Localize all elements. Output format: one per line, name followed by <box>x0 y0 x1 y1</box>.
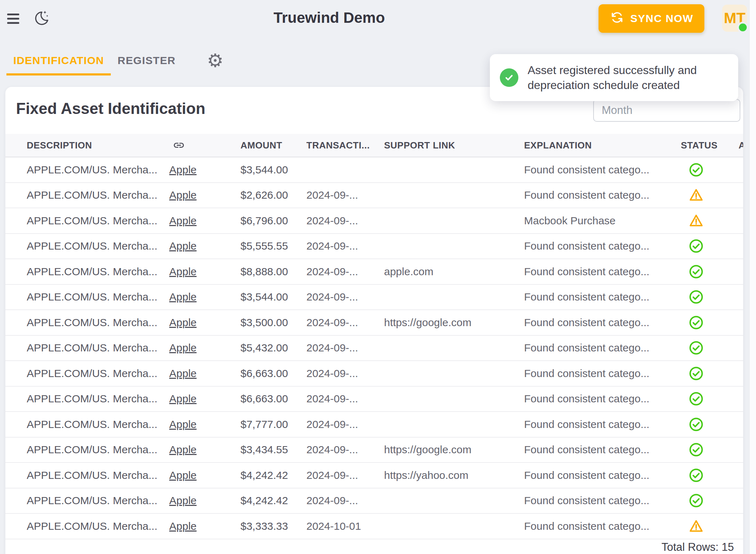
amount-cell: $3,333.33 <box>240 520 306 532</box>
amount-cell: $4,242.42 <box>240 495 306 507</box>
status-cell <box>681 519 739 534</box>
table-row: APPLE.COM/US. Mercha... Apple $3,544.00 … <box>5 285 743 310</box>
table-row: APPLE.COM/US. Mercha... Apple $6,663.00 … <box>5 387 743 412</box>
status-success-icon <box>689 340 704 355</box>
moon-stars-icon[interactable] <box>33 10 50 28</box>
explanation-cell: Found consistent catego... <box>524 520 681 532</box>
description-cell: APPLE.COM/US. Mercha... <box>27 444 169 456</box>
amount-cell: $3,434.55 <box>240 444 306 456</box>
col-description: DESCRIPTION <box>27 140 169 151</box>
transaction-date-cell: 2024-09-... <box>306 393 384 405</box>
explanation-cell: Found consistent catego... <box>524 495 681 507</box>
vendor-link[interactable]: Apple <box>169 291 197 303</box>
total-rows-label: Total Rows: 15 <box>662 541 734 554</box>
vendor-link[interactable]: Apple <box>169 164 197 176</box>
col-status: STATUS <box>681 140 739 151</box>
status-success-icon <box>689 417 704 432</box>
status-success-icon <box>689 289 704 304</box>
transaction-date-cell: 2024-09-... <box>306 418 384 430</box>
table-row: APPLE.COM/US. Mercha... Apple $2,626.00 … <box>5 183 743 209</box>
menu-icon[interactable] <box>7 13 20 24</box>
status-cell <box>681 417 739 432</box>
transaction-date-cell: 2024-09-... <box>306 291 384 303</box>
description-cell: APPLE.COM/US. Mercha... <box>27 469 169 481</box>
vendor-link[interactable]: Apple <box>169 367 197 379</box>
description-cell: APPLE.COM/US. Mercha... <box>27 520 169 532</box>
sync-icon <box>610 10 625 27</box>
explanation-cell: Found consistent catego... <box>524 444 681 456</box>
status-cell <box>681 442 739 457</box>
vendor-link[interactable]: Apple <box>169 317 197 328</box>
status-success-icon <box>689 391 704 406</box>
amount-cell: $8,888.00 <box>240 266 306 278</box>
status-cell <box>681 391 739 406</box>
status-cell <box>681 493 739 508</box>
vendor-link[interactable]: Apple <box>169 240 197 252</box>
description-cell: APPLE.COM/US. Mercha... <box>27 418 169 430</box>
description-cell: APPLE.COM/US. Mercha... <box>27 164 169 176</box>
sync-now-label: SYNC NOW <box>630 12 693 25</box>
active-tab-indicator <box>6 73 111 75</box>
panel-title: Fixed Asset Identification <box>16 100 205 117</box>
support-link-cell: https://google.com <box>384 444 524 456</box>
transaction-date-cell: 2024-09-... <box>306 240 384 252</box>
explanation-cell: Found consistent catego... <box>524 393 681 405</box>
vendor-link[interactable]: Apple <box>169 469 197 481</box>
transaction-date-cell: 2024-09-... <box>306 266 384 278</box>
amount-cell: $2,626.00 <box>240 189 306 201</box>
transaction-date-cell: 2024-09-... <box>306 215 384 227</box>
table-row: APPLE.COM/US. Mercha... Apple $6,796.00 … <box>5 208 743 234</box>
vendor-link[interactable]: Apple <box>169 520 197 532</box>
explanation-cell: Found consistent catego... <box>524 164 681 176</box>
table-row: APPLE.COM/US. Mercha... Apple $5,555.55 … <box>5 234 743 260</box>
status-cell <box>681 289 739 304</box>
vendor-link[interactable]: Apple <box>169 342 197 354</box>
vendor-link[interactable]: Apple <box>169 495 197 506</box>
amount-cell: $6,663.00 <box>240 367 306 380</box>
month-filter-input[interactable] <box>593 99 740 122</box>
transaction-date-cell: 2024-09-... <box>306 444 384 456</box>
vendor-link[interactable]: Apple <box>169 189 197 201</box>
status-success-icon <box>689 468 704 483</box>
asset-table: DESCRIPTION AMOUNT TRANSACTI... SUPPORT … <box>5 134 743 539</box>
explanation-cell: Found consistent catego... <box>524 291 681 303</box>
col-transaction: TRANSACTI... <box>306 140 384 151</box>
table-header-row: DESCRIPTION AMOUNT TRANSACTI... SUPPORT … <box>5 134 743 157</box>
transaction-date-cell: 2024-10-01 <box>306 520 384 532</box>
support-link-cell: https://google.com <box>384 317 524 329</box>
description-cell: APPLE.COM/US. Mercha... <box>27 215 169 227</box>
amount-cell: $5,555.55 <box>240 240 306 252</box>
vendor-link[interactable]: Apple <box>169 444 197 455</box>
explanation-cell: Found consistent catego... <box>524 266 681 278</box>
status-success-icon <box>689 239 704 254</box>
table-row: APPLE.COM/US. Mercha... Apple $7,777.00 … <box>5 412 743 438</box>
toast-notification: Asset registered successfully and deprec… <box>490 54 738 101</box>
support-link-cell: https://yahoo.com <box>384 469 524 481</box>
amount-cell: $6,663.00 <box>240 393 306 405</box>
vertical-scrollbar[interactable] <box>749 0 756 554</box>
user-avatar[interactable]: MT <box>722 5 747 32</box>
settings-gear-icon[interactable]: ⚙ <box>206 50 224 71</box>
transaction-date-cell: 2024-09-... <box>306 495 384 507</box>
tab-register[interactable]: REGISTER <box>111 49 182 72</box>
col-explanation: EXPLANATION <box>524 140 681 151</box>
description-cell: APPLE.COM/US. Mercha... <box>27 266 169 278</box>
tab-identification[interactable]: IDENTIFICATION <box>6 49 111 72</box>
toast-message: Asset registered successfully and deprec… <box>528 63 727 93</box>
vendor-link[interactable]: Apple <box>169 418 197 430</box>
explanation-cell: Found consistent catego... <box>524 189 681 201</box>
table-body: APPLE.COM/US. Mercha... Apple $3,544.00 … <box>5 157 743 539</box>
vendor-link[interactable]: Apple <box>169 393 197 404</box>
status-cell <box>681 315 739 330</box>
status-success-icon <box>689 162 704 177</box>
explanation-cell: Found consistent catego... <box>524 367 681 380</box>
online-status-dot <box>737 22 749 33</box>
support-link-cell: apple.com <box>384 266 524 278</box>
vendor-link[interactable]: Apple <box>169 215 197 226</box>
description-cell: APPLE.COM/US. Mercha... <box>27 367 169 380</box>
vendor-link[interactable]: Apple <box>169 266 197 277</box>
sync-now-button[interactable]: SYNC NOW <box>599 4 704 33</box>
col-amount: AMOUNT <box>240 140 306 151</box>
col-support-link: SUPPORT LINK <box>384 140 524 151</box>
amount-cell: $3,544.00 <box>240 291 306 303</box>
